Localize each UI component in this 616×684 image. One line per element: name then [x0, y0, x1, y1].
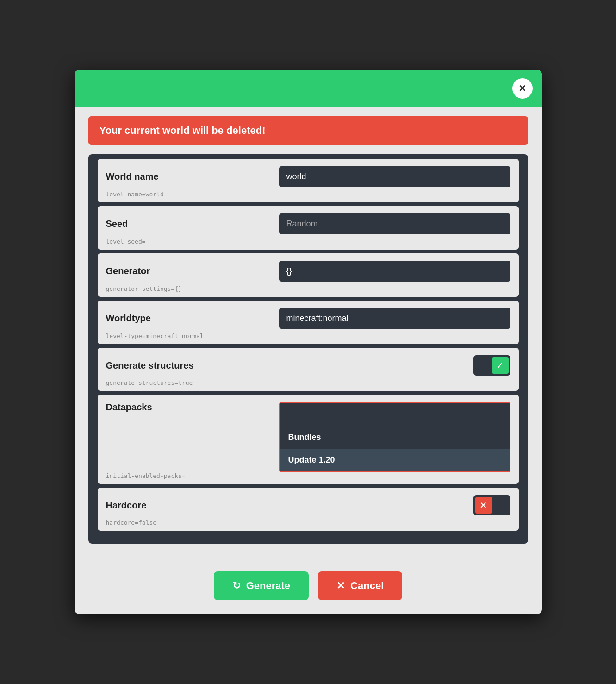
worldtype-inner: Worldtype — [106, 308, 510, 329]
world-name-field: World name level-name=world — [98, 159, 519, 202]
hardcore-label: Hardcore — [106, 500, 147, 511]
generator-inner: Generator — [106, 261, 510, 282]
world-name-inner: World name — [106, 166, 510, 187]
refresh-icon: ↻ — [232, 580, 241, 592]
generate-label: Generate — [246, 580, 290, 592]
worldtype-input[interactable] — [279, 308, 510, 329]
datapacks-dropdown-top — [280, 403, 510, 426]
modal-header: ✕ — [75, 70, 542, 107]
modal-dialog: ✕ Your current world will be deleted! Wo… — [75, 70, 542, 614]
datapacks-item-bundles[interactable]: Bundles — [280, 426, 510, 449]
seed-input[interactable] — [279, 213, 510, 234]
toggle-x-icon: ✕ — [475, 497, 492, 514]
generate-structures-inner: Generate structures ✓ — [106, 355, 510, 376]
seed-inner: Seed — [106, 213, 510, 234]
close-icon: ✕ — [518, 83, 526, 94]
seed-hint: level-seed= — [106, 238, 510, 245]
datapacks-field: Datapacks Bundles Update 1.20 initial-en… — [98, 395, 519, 484]
warning-banner: Your current world will be deleted! — [88, 116, 528, 145]
footer-buttons: ↻ Generate ✕ Cancel — [75, 558, 542, 614]
datapacks-label: Datapacks — [106, 402, 152, 413]
world-name-hint: level-name=world — [106, 191, 510, 198]
worldtype-hint: level-type=minecraft:normal — [106, 333, 510, 339]
hardcore-field: Hardcore ✕ hardcore=false — [98, 488, 519, 531]
world-name-label: World name — [106, 171, 159, 182]
hardcore-hint: hardcore=false — [106, 519, 510, 526]
datapacks-hint: initial-enabled-packs= — [106, 472, 510, 479]
seed-label: Seed — [106, 219, 128, 229]
generator-label: Generator — [106, 266, 150, 276]
world-name-input[interactable] — [279, 166, 510, 187]
seed-field: Seed level-seed= — [98, 206, 519, 250]
toggle-checkmark-icon: ✓ — [492, 357, 509, 374]
generator-input[interactable] — [279, 261, 510, 282]
generate-structures-field: Generate structures ✓ generate-structure… — [98, 348, 519, 391]
generator-field: Generator generator-settings={} — [98, 253, 519, 297]
hardcore-inner: Hardcore ✕ — [106, 495, 510, 515]
worldtype-label: Worldtype — [106, 313, 151, 324]
cancel-label: Cancel — [350, 580, 384, 592]
generate-structures-toggle[interactable]: ✓ — [473, 355, 510, 376]
modal-body: Your current world will be deleted! Worl… — [75, 107, 542, 558]
warning-text: Your current world will be deleted! — [100, 125, 266, 136]
datapacks-item-update120[interactable]: Update 1.20 — [280, 449, 510, 471]
generator-hint: generator-settings={} — [106, 285, 510, 292]
x-icon: ✕ — [336, 580, 345, 592]
generate-button[interactable]: ↻ Generate — [214, 571, 309, 600]
generate-structures-label: Generate structures — [106, 360, 194, 371]
form-container: World name level-name=world Seed level-s… — [88, 154, 528, 544]
close-button[interactable]: ✕ — [512, 78, 533, 99]
datapacks-inner: Datapacks Bundles Update 1.20 — [106, 402, 510, 472]
generate-structures-hint: generate-structures=true — [106, 379, 510, 386]
datapacks-dropdown[interactable]: Bundles Update 1.20 — [279, 402, 510, 472]
hardcore-toggle[interactable]: ✕ — [473, 495, 510, 515]
worldtype-field: Worldtype level-type=minecraft:normal — [98, 301, 519, 344]
cancel-button[interactable]: ✕ Cancel — [318, 571, 402, 600]
